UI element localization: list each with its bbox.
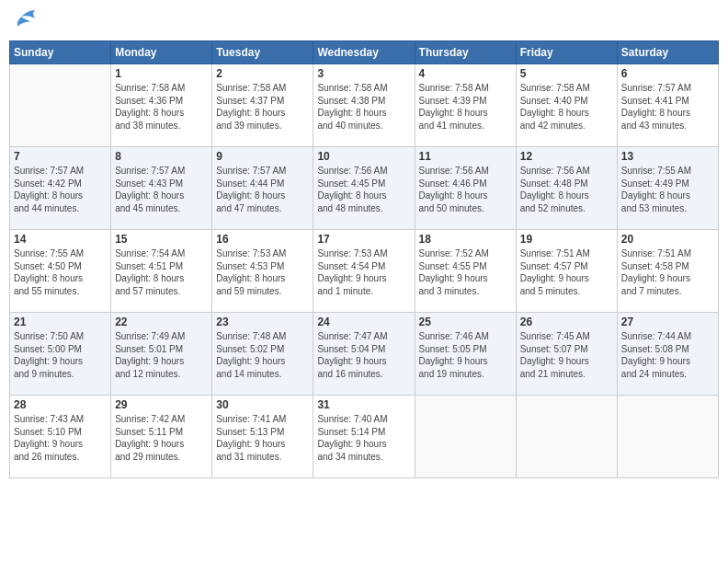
- calendar-cell: 31Sunrise: 7:40 AM Sunset: 5:14 PM Dayli…: [313, 396, 415, 478]
- calendar-cell: [516, 396, 617, 478]
- calendar-week-row: 1Sunrise: 7:58 AM Sunset: 4:36 PM Daylig…: [10, 64, 719, 147]
- cell-content: Sunrise: 7:49 AM Sunset: 5:01 PM Dayligh…: [115, 330, 208, 380]
- cell-content: Sunrise: 7:58 AM Sunset: 4:38 PM Dayligh…: [317, 82, 410, 132]
- cell-content: Sunrise: 7:57 AM Sunset: 4:44 PM Dayligh…: [216, 165, 309, 214]
- day-number: 8: [115, 150, 208, 163]
- day-number: 17: [317, 233, 410, 246]
- cell-content: Sunrise: 7:58 AM Sunset: 4:40 PM Dayligh…: [520, 82, 613, 132]
- calendar-table: SundayMondayTuesdayWednesdayThursdayFrid…: [9, 40, 719, 478]
- day-number: 19: [520, 233, 613, 246]
- day-number: 1: [115, 67, 208, 80]
- cell-content: Sunrise: 7:43 AM Sunset: 5:10 PM Dayligh…: [14, 413, 107, 463]
- calendar-cell: [415, 396, 516, 478]
- day-number: 25: [419, 316, 512, 328]
- calendar-column-header: Monday: [111, 41, 212, 64]
- calendar-cell: 17Sunrise: 7:53 AM Sunset: 4:54 PM Dayli…: [313, 230, 415, 313]
- calendar-column-header: Tuesday: [212, 41, 313, 64]
- cell-content: Sunrise: 7:56 AM Sunset: 4:48 PM Dayligh…: [520, 165, 613, 214]
- cell-content: Sunrise: 7:55 AM Sunset: 4:49 PM Dayligh…: [621, 165, 714, 214]
- day-number: 11: [419, 150, 512, 163]
- cell-content: Sunrise: 7:45 AM Sunset: 5:07 PM Dayligh…: [520, 330, 613, 380]
- calendar-cell: 1Sunrise: 7:58 AM Sunset: 4:36 PM Daylig…: [111, 64, 212, 147]
- cell-content: Sunrise: 7:52 AM Sunset: 4:55 PM Dayligh…: [419, 247, 512, 297]
- calendar-cell: 28Sunrise: 7:43 AM Sunset: 5:10 PM Dayli…: [10, 396, 111, 478]
- day-number: 14: [14, 233, 107, 246]
- cell-content: Sunrise: 7:44 AM Sunset: 5:08 PM Dayligh…: [621, 330, 714, 380]
- calendar-cell: 19Sunrise: 7:51 AM Sunset: 4:57 PM Dayli…: [516, 230, 617, 313]
- calendar-cell: 25Sunrise: 7:46 AM Sunset: 5:05 PM Dayli…: [415, 313, 516, 396]
- day-number: 2: [216, 67, 309, 80]
- calendar-cell: 16Sunrise: 7:53 AM Sunset: 4:53 PM Dayli…: [212, 230, 313, 313]
- calendar-column-header: Thursday: [415, 41, 516, 64]
- calendar-column-header: Sunday: [10, 41, 111, 64]
- cell-content: Sunrise: 7:48 AM Sunset: 5:02 PM Dayligh…: [216, 330, 309, 380]
- calendar-column-header: Saturday: [617, 41, 718, 64]
- cell-content: Sunrise: 7:58 AM Sunset: 4:36 PM Dayligh…: [115, 82, 208, 132]
- day-number: 10: [317, 150, 410, 163]
- cell-content: Sunrise: 7:56 AM Sunset: 4:46 PM Dayligh…: [419, 165, 512, 214]
- calendar-cell: 21Sunrise: 7:50 AM Sunset: 5:00 PM Dayli…: [10, 313, 111, 396]
- calendar-cell: 13Sunrise: 7:55 AM Sunset: 4:49 PM Dayli…: [617, 147, 718, 230]
- cell-content: Sunrise: 7:53 AM Sunset: 4:54 PM Dayligh…: [317, 247, 410, 297]
- logo-icon: [13, 9, 39, 29]
- calendar-cell: 4Sunrise: 7:58 AM Sunset: 4:39 PM Daylig…: [415, 64, 516, 147]
- calendar-cell: [10, 64, 111, 147]
- calendar-body: 1Sunrise: 7:58 AM Sunset: 4:36 PM Daylig…: [10, 64, 719, 478]
- calendar-cell: 7Sunrise: 7:57 AM Sunset: 4:42 PM Daylig…: [10, 147, 111, 230]
- day-number: 15: [115, 233, 208, 246]
- cell-content: Sunrise: 7:58 AM Sunset: 4:39 PM Dayligh…: [419, 82, 512, 132]
- calendar-cell: 20Sunrise: 7:51 AM Sunset: 4:58 PM Dayli…: [617, 230, 718, 313]
- cell-content: Sunrise: 7:46 AM Sunset: 5:05 PM Dayligh…: [419, 330, 512, 380]
- page-header: [9, 9, 719, 33]
- calendar-cell: 10Sunrise: 7:56 AM Sunset: 4:45 PM Dayli…: [313, 147, 415, 230]
- day-number: 24: [317, 316, 410, 328]
- calendar-cell: 6Sunrise: 7:57 AM Sunset: 4:41 PM Daylig…: [617, 64, 718, 147]
- day-number: 3: [317, 67, 410, 80]
- cell-content: Sunrise: 7:53 AM Sunset: 4:53 PM Dayligh…: [216, 247, 309, 297]
- day-number: 9: [216, 150, 309, 163]
- day-number: 27: [621, 316, 714, 328]
- calendar-week-row: 14Sunrise: 7:55 AM Sunset: 4:50 PM Dayli…: [10, 230, 719, 313]
- day-number: 6: [621, 67, 714, 80]
- day-number: 18: [419, 233, 512, 246]
- calendar-header-row: SundayMondayTuesdayWednesdayThursdayFrid…: [10, 41, 719, 64]
- calendar-cell: 24Sunrise: 7:47 AM Sunset: 5:04 PM Dayli…: [313, 313, 415, 396]
- day-number: 5: [520, 67, 613, 80]
- calendar-cell: 2Sunrise: 7:58 AM Sunset: 4:37 PM Daylig…: [212, 64, 313, 147]
- cell-content: Sunrise: 7:57 AM Sunset: 4:43 PM Dayligh…: [115, 165, 208, 214]
- cell-content: Sunrise: 7:56 AM Sunset: 4:45 PM Dayligh…: [317, 165, 410, 214]
- day-number: 31: [317, 398, 410, 411]
- cell-content: Sunrise: 7:41 AM Sunset: 5:13 PM Dayligh…: [216, 413, 309, 463]
- cell-content: Sunrise: 7:58 AM Sunset: 4:37 PM Dayligh…: [216, 82, 309, 132]
- day-number: 22: [115, 316, 208, 328]
- cell-content: Sunrise: 7:51 AM Sunset: 4:57 PM Dayligh…: [520, 247, 613, 297]
- logo: [13, 9, 40, 33]
- day-number: 7: [14, 150, 107, 163]
- day-number: 4: [419, 67, 512, 80]
- day-number: 26: [520, 316, 613, 328]
- calendar-column-header: Wednesday: [313, 41, 415, 64]
- calendar-cell: 23Sunrise: 7:48 AM Sunset: 5:02 PM Dayli…: [212, 313, 313, 396]
- cell-content: Sunrise: 7:57 AM Sunset: 4:42 PM Dayligh…: [14, 165, 107, 214]
- calendar-cell: 29Sunrise: 7:42 AM Sunset: 5:11 PM Dayli…: [111, 396, 212, 478]
- calendar-week-row: 21Sunrise: 7:50 AM Sunset: 5:00 PM Dayli…: [10, 313, 719, 396]
- day-number: 30: [216, 398, 309, 411]
- day-number: 29: [115, 398, 208, 411]
- cell-content: Sunrise: 7:55 AM Sunset: 4:50 PM Dayligh…: [14, 247, 107, 297]
- calendar-cell: 3Sunrise: 7:58 AM Sunset: 4:38 PM Daylig…: [313, 64, 415, 147]
- calendar-week-row: 28Sunrise: 7:43 AM Sunset: 5:10 PM Dayli…: [10, 396, 719, 478]
- day-number: 28: [14, 398, 107, 411]
- calendar-cell: 26Sunrise: 7:45 AM Sunset: 5:07 PM Dayli…: [516, 313, 617, 396]
- day-number: 23: [216, 316, 309, 328]
- calendar-cell: 27Sunrise: 7:44 AM Sunset: 5:08 PM Dayli…: [617, 313, 718, 396]
- day-number: 12: [520, 150, 613, 163]
- cell-content: Sunrise: 7:57 AM Sunset: 4:41 PM Dayligh…: [621, 82, 714, 132]
- cell-content: Sunrise: 7:50 AM Sunset: 5:00 PM Dayligh…: [14, 330, 107, 380]
- day-number: 16: [216, 233, 309, 246]
- calendar-cell: 9Sunrise: 7:57 AM Sunset: 4:44 PM Daylig…: [212, 147, 313, 230]
- cell-content: Sunrise: 7:42 AM Sunset: 5:11 PM Dayligh…: [115, 413, 208, 463]
- calendar-cell: 30Sunrise: 7:41 AM Sunset: 5:13 PM Dayli…: [212, 396, 313, 478]
- calendar-week-row: 7Sunrise: 7:57 AM Sunset: 4:42 PM Daylig…: [10, 147, 719, 230]
- cell-content: Sunrise: 7:51 AM Sunset: 4:58 PM Dayligh…: [621, 247, 714, 297]
- day-number: 20: [621, 233, 714, 246]
